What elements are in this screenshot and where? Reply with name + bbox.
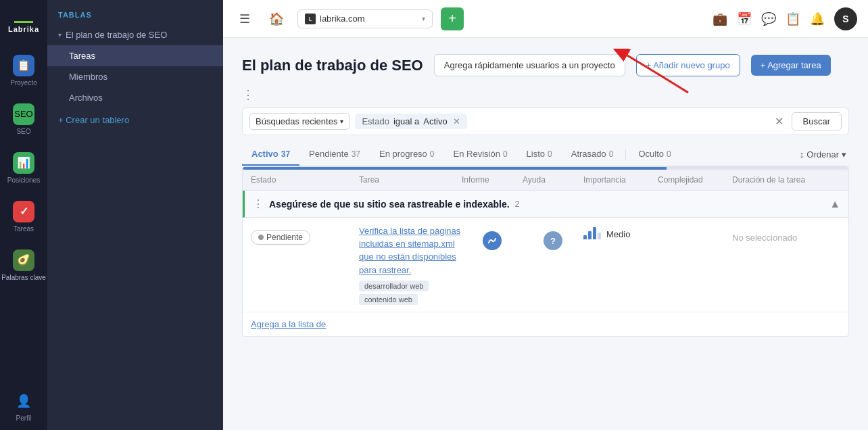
chevron-down-icon: ▾ xyxy=(340,118,343,125)
importancia-cell: Medio xyxy=(583,224,658,239)
tab-en-progreso[interactable]: En progreso 0 xyxy=(370,143,444,166)
status-badge[interactable]: Pendiente xyxy=(251,230,310,245)
add-button[interactable]: + xyxy=(441,7,464,30)
ayuda-icon[interactable]: ? xyxy=(544,231,562,250)
filter-clear-icon[interactable]: ✕ xyxy=(775,115,783,128)
bell-icon[interactable]: 🔔 xyxy=(810,11,825,26)
tab-separator xyxy=(625,149,626,160)
tab-oculto[interactable]: Oculto 0 xyxy=(629,143,680,166)
add-task-button[interactable]: + Agregar tarea xyxy=(751,55,831,76)
main-content: ☰ 🏠 L labrika.com ▾ + 💼 📅 💬 📋 🔔 S El pla… xyxy=(223,0,868,430)
table-row: Pendiente Verifica la lista de páginas i… xyxy=(243,218,848,312)
tab-listo[interactable]: Listo 0 xyxy=(517,143,562,166)
filter-remove-icon[interactable]: ✕ xyxy=(453,116,460,126)
quick-add-users-button[interactable]: Agrega rápidamente usuarios a un proyect… xyxy=(434,54,625,76)
duracion-cell: No seleccionado xyxy=(732,224,840,243)
next-task-preview[interactable]: Agrega a la lista de xyxy=(243,312,848,336)
tab-en-revision[interactable]: En Revisión 0 xyxy=(444,143,517,166)
col-informe: Informe xyxy=(462,175,523,185)
sidebar: Labrika 📋 Proyecto SEO SEO 📊 Posiciones … xyxy=(0,0,223,430)
sidebar-archivos-item[interactable]: Archivos xyxy=(47,87,223,108)
domain-selector[interactable]: L labrika.com ▾ xyxy=(297,9,433,28)
create-board-link[interactable]: + Crear un tablero xyxy=(47,108,223,132)
order-button[interactable]: ↕ Ordenar ▾ xyxy=(797,144,849,165)
bar3 xyxy=(593,227,596,239)
task-tags: desarrollador web contenido web xyxy=(359,281,462,305)
sidebar-tree: TABLAS ▾ El plan de trabajo de SEO Tarea… xyxy=(47,0,223,430)
tab-atrasado[interactable]: Atrasado 0 xyxy=(562,143,623,166)
sidebar-item-seo[interactable]: SEO SEO xyxy=(0,95,47,143)
chat-icon[interactable]: 💬 xyxy=(761,11,776,26)
home-button[interactable]: 🏠 xyxy=(264,9,289,29)
task-cell: Verifica la lista de páginas incluidas e… xyxy=(359,224,462,305)
sidebar-item-perfil[interactable]: 👤 Perfil xyxy=(0,381,47,430)
ayuda-cell: ? xyxy=(523,224,583,250)
domain-favicon-icon: L xyxy=(305,14,316,24)
topbar: ☰ 🏠 L labrika.com ▾ + 💼 📅 💬 📋 🔔 S xyxy=(223,0,868,38)
proyecto-icon: 📋 xyxy=(13,55,34,76)
col-importancia: Importancia xyxy=(583,175,658,185)
bar1 xyxy=(583,235,587,239)
hamburger-menu-button[interactable]: ☰ xyxy=(234,9,256,29)
sidebar-tareas-item[interactable]: Tareas xyxy=(47,45,223,66)
bar4 xyxy=(598,233,601,239)
task-table: Estado Tarea Informe Ayuda Importancia C… xyxy=(242,166,849,337)
order-chevron-icon: ▾ xyxy=(842,149,846,160)
filter-chip: Estado igual a Activo ✕ xyxy=(355,114,466,129)
col-ayuda: Ayuda xyxy=(523,175,583,185)
tag-contenido-web: contenido web xyxy=(359,294,418,305)
calendar-icon[interactable]: 📅 xyxy=(737,11,752,26)
filter-bar: Búsquedas recientes ▾ Estado igual a Act… xyxy=(242,108,849,135)
tab-pendiente[interactable]: Pendiente 37 xyxy=(299,143,370,166)
sidebar-item-tareas[interactable]: ✓ Tareas xyxy=(0,192,47,241)
tag-dev-web: desarrollador web xyxy=(359,281,429,291)
tabs-bar: Activo 37 Pendiente 37 En progreso 0 En … xyxy=(242,143,849,166)
tab-activo[interactable]: Activo 37 xyxy=(242,143,299,166)
logo[interactable]: Labrika xyxy=(0,8,47,46)
domain-chevron-icon: ▾ xyxy=(422,15,425,22)
informe-icon[interactable] xyxy=(483,231,502,250)
clipboard-icon[interactable]: 📋 xyxy=(786,11,800,26)
group-collapse-icon[interactable]: ▲ xyxy=(829,198,840,210)
informe-cell xyxy=(462,224,523,250)
page-title: El plan de trabajo de SEO xyxy=(242,57,423,74)
sidebar-icon-nav: Labrika 📋 Proyecto SEO SEO 📊 Posiciones … xyxy=(0,0,47,430)
page-header: El plan de trabajo de SEO Agrega rápidam… xyxy=(242,54,849,76)
group-dots-menu[interactable]: ⋮ xyxy=(253,197,264,210)
col-complejidad: Complejidad xyxy=(658,175,732,185)
col-estado: Estado xyxy=(251,175,359,185)
sidebar-item-palabras-clave[interactable]: 🥑 Palabras clave xyxy=(0,241,47,289)
table-header: Estado Tarea Informe Ayuda Importancia C… xyxy=(243,170,848,191)
seo-icon: SEO xyxy=(13,103,34,125)
palabras-clave-icon: 🥑 xyxy=(13,249,34,271)
sidebar-item-proyecto[interactable]: 📋 Proyecto xyxy=(0,46,47,95)
status-cell: Pendiente xyxy=(251,224,359,245)
topbar-right: 💼 📅 💬 📋 🔔 S xyxy=(713,7,857,30)
status-dot-icon xyxy=(258,235,264,240)
user-avatar[interactable]: S xyxy=(834,7,857,30)
posiciones-icon: 📊 xyxy=(13,152,34,174)
sort-icon: ↕ xyxy=(800,149,804,160)
sidebar-item-posiciones[interactable]: 📊 Posiciones xyxy=(0,143,47,192)
tareas-icon: ✓ xyxy=(13,201,34,222)
collapse-arrow-icon: ▾ xyxy=(58,31,62,39)
bar2 xyxy=(588,231,592,239)
more-options-button[interactable]: ⋮ xyxy=(242,87,849,102)
group-header: ⋮ Asegúrese de que su sitio sea rastreab… xyxy=(243,191,848,218)
add-group-button[interactable]: + Añadir nuevo grupo xyxy=(636,54,740,76)
page-content: El plan de trabajo de SEO Agrega rápidam… xyxy=(223,38,868,430)
complejidad-cell xyxy=(658,224,732,231)
search-button[interactable]: Buscar xyxy=(792,112,842,130)
sidebar-parent-item[interactable]: ▾ El plan de trabajo de SEO xyxy=(47,24,223,45)
sidebar-miembros-item[interactable]: Miembros xyxy=(47,66,223,87)
section-title: TABLAS xyxy=(47,0,223,24)
col-duracion: Duración de la tarea xyxy=(732,175,840,185)
col-tarea: Tarea xyxy=(359,175,462,185)
perfil-icon: 👤 xyxy=(13,390,34,412)
task-link[interactable]: Verifica la lista de páginas incluidas e… xyxy=(359,226,460,275)
briefcase-icon[interactable]: 💼 xyxy=(713,11,727,26)
recent-searches-button[interactable]: Búsquedas recientes ▾ xyxy=(249,113,349,130)
